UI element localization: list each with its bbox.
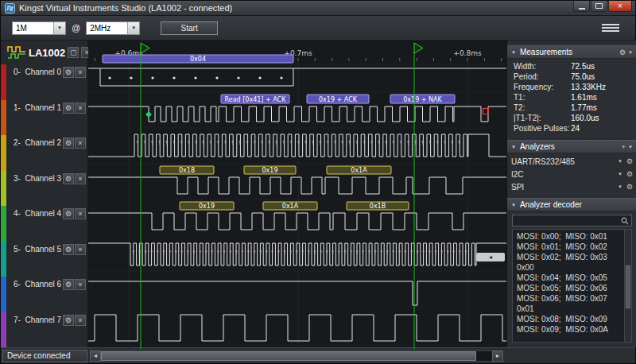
gear-icon[interactable]: ⚙	[63, 137, 74, 149]
decoder-header[interactable]: ▼ Analyzer decoder	[507, 198, 636, 211]
svg-text:↑: ↑	[457, 140, 462, 146]
close-icon[interactable]: ×	[75, 244, 86, 255]
device-header: LA1002 ▢ ×	[1, 41, 87, 64]
channel-label[interactable]: 7- Channel 7	[14, 315, 62, 324]
close-icon[interactable]: ×	[75, 103, 86, 114]
window-controls: ×	[573, 1, 632, 12]
search-input[interactable]	[515, 216, 621, 225]
analyzer-item[interactable]: I2C ▼ ⚙	[507, 168, 636, 180]
channel-row: 7- Channel 7 ⚙ ×	[1, 312, 87, 348]
measurement-row: |T1-T2|:160.0us	[507, 114, 636, 124]
decoder-item[interactable]: MOSI: 0x01; MISO: 0x02	[517, 242, 622, 252]
svg-text:↑: ↑	[377, 140, 382, 146]
view-button[interactable]: ▢	[68, 47, 79, 58]
menu-icon[interactable]	[602, 21, 619, 34]
channel-label[interactable]: 3- Channel 3	[14, 173, 62, 183]
channel-label[interactable]: 2- Channel 2	[14, 137, 62, 147]
svg-text:↑: ↑	[304, 140, 308, 146]
close-icon[interactable]: ×	[75, 315, 86, 326]
panel-collapse-handle[interactable]: ◄	[476, 253, 505, 261]
device-logo-icon	[7, 46, 26, 60]
svg-text:↑: ↑	[161, 250, 166, 256]
channel-label[interactable]: 5- Channel 5	[14, 244, 62, 254]
svg-text:↑: ↑	[379, 250, 384, 256]
gear-icon[interactable]: ⚙	[63, 208, 74, 219]
measurement-row: T2:1.77ms	[507, 103, 636, 114]
channel-label[interactable]: 4- Channel 4	[14, 208, 62, 218]
decoder-item[interactable]: MOSI: 0x00; MISO: 0x01	[517, 231, 622, 242]
svg-text:↑: ↑	[450, 140, 455, 146]
svg-text:↑: ↑	[403, 250, 408, 256]
scroll-left-button[interactable]: ◄	[90, 350, 101, 362]
svg-text:↑: ↑	[201, 140, 206, 146]
measurements-header[interactable]: ▼ Measurements ⚙ ▼	[507, 45, 636, 59]
close-icon: ×	[618, 2, 622, 10]
gear-icon[interactable]: ⚙	[626, 157, 633, 165]
gear-icon[interactable]: ⚙	[63, 279, 74, 290]
svg-text:↑: ↑	[428, 140, 432, 146]
scrollbar-thumb[interactable]	[626, 265, 630, 308]
svg-text:↑: ↑	[325, 140, 330, 146]
start-button[interactable]: Start	[161, 21, 218, 35]
svg-text:↑: ↑	[228, 250, 233, 256]
analyzer-label: SPI	[511, 183, 618, 192]
sample-count-select[interactable]: 1M ▼	[12, 21, 66, 35]
close-icon[interactable]: ×	[75, 173, 86, 184]
decoder-item[interactable]: MOSI: 0x02; MISO: 0x03	[517, 252, 622, 262]
gear-icon[interactable]: ⚙	[63, 173, 74, 184]
decoder-item[interactable]: MOSI: 0x06; MISO: 0x07	[517, 293, 622, 304]
minimize-button[interactable]	[573, 1, 590, 12]
channel-label[interactable]: 6- Channel 6	[14, 279, 62, 288]
close-icon[interactable]: ×	[75, 208, 86, 219]
maximize-icon	[595, 3, 603, 9]
decoder-item[interactable]: MOSI: 0x09; MISO: 0x0A	[517, 324, 622, 335]
analyzer-item[interactable]: SPI ▼ ⚙	[507, 180, 636, 193]
filter-icon[interactable]: ▼	[618, 159, 622, 164]
analyzers-header[interactable]: ▼ Analyzers + ▼	[507, 140, 636, 153]
measurement-label: T2:	[514, 103, 525, 112]
decoder-item[interactable]: 0x00	[517, 262, 622, 273]
close-icon[interactable]: ×	[75, 279, 86, 290]
svg-text:↑: ↑	[135, 140, 140, 146]
maximize-button[interactable]	[591, 1, 607, 12]
svg-text:↑: ↑	[332, 140, 337, 146]
toolbar: 1M ▼ @ 2MHz ▼ Start	[1, 16, 635, 41]
gear-icon[interactable]: ⚙	[63, 315, 74, 326]
gear-icon[interactable]: ⚙	[619, 48, 626, 56]
decoder-item[interactable]: MOSI: 0x05; MISO: 0x06	[517, 283, 622, 293]
scrollbar-thumb[interactable]	[101, 351, 476, 361]
decoder-item[interactable]: MOSI: 0x04; MISO: 0x05	[517, 273, 622, 283]
filter-icon[interactable]: ▼	[618, 184, 622, 189]
scroll-right-button[interactable]: ►	[492, 350, 503, 362]
close-icon[interactable]: ×	[75, 137, 86, 149]
gear-icon[interactable]: ⚙	[626, 183, 633, 191]
svg-text:↑: ↑	[369, 140, 374, 146]
svg-text:↑: ↑	[198, 250, 203, 256]
sample-rate-select[interactable]: 2MHz ▼	[86, 21, 140, 35]
svg-text:↑: ↑	[258, 250, 263, 256]
gear-icon[interactable]: ⚙	[626, 170, 633, 178]
decoder-item[interactable]: MOSI: 0x08; MISO: 0x09	[517, 314, 622, 324]
decoder-item[interactable]: 0x01	[517, 304, 622, 314]
gear-icon[interactable]: ⚙	[63, 244, 74, 255]
close-icon[interactable]: ×	[75, 67, 86, 78]
channel-label[interactable]: 1- Channel 1	[14, 103, 62, 112]
close-button[interactable]: ×	[608, 1, 632, 12]
filter-icon[interactable]: ▼	[618, 172, 622, 176]
svg-text:0x18: 0x18	[179, 167, 195, 174]
waveform-canvas[interactable]: +0.6ms+0.7ms+0.8ms↑↑↑↑↑↑↑↑↑↑↑↑↑↑↑↑↑↑↑↑↑↑…	[88, 41, 506, 349]
svg-text:↑: ↑	[349, 250, 354, 256]
svg-text:↑: ↑	[264, 250, 269, 256]
channel-label[interactable]: 0- Channel 0	[14, 67, 62, 76]
scrollbar-track[interactable]	[101, 350, 492, 362]
scrollbar[interactable]	[624, 230, 631, 342]
svg-text:↑: ↑	[405, 140, 410, 146]
collapse-icon: ▼	[511, 50, 516, 55]
sample-count-value: 1M	[13, 22, 53, 34]
gear-icon[interactable]: ⚙	[63, 103, 74, 114]
analyzer-item[interactable]: UART/RS232/485 ▼ ⚙	[507, 155, 636, 168]
gear-icon[interactable]: ⚙	[63, 67, 74, 78]
add-analyzer-icon[interactable]: +	[622, 143, 626, 151]
decoder-search	[512, 215, 632, 227]
svg-text:↑: ↑	[274, 140, 279, 146]
